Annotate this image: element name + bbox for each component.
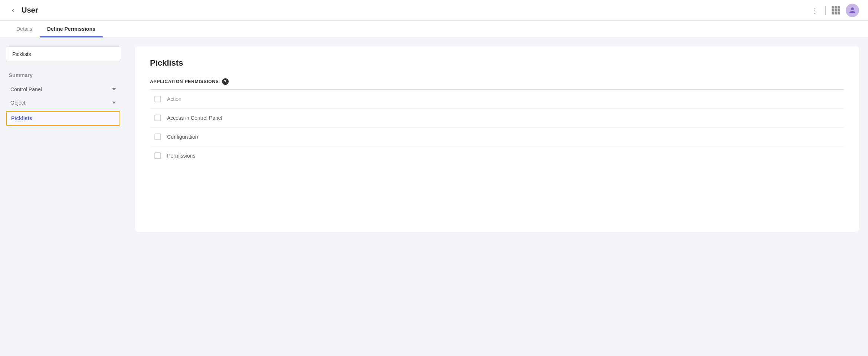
checkbox-access-control-panel[interactable] [154, 115, 161, 121]
header: ‹ User ⋮ [0, 0, 868, 21]
object-dropdown[interactable]: Object [6, 96, 120, 109]
sidebar: Summary Control Panel Object Picklists [0, 37, 126, 355]
tab-details[interactable]: Details [9, 21, 40, 37]
permission-row-permissions: Permissions [150, 146, 844, 165]
back-button[interactable]: ‹ [9, 5, 17, 16]
search-input[interactable] [6, 46, 120, 62]
control-panel-label: Control Panel [10, 86, 42, 92]
help-icon[interactable]: ? [222, 78, 229, 85]
grid-apps-icon[interactable] [832, 6, 840, 14]
object-chevron-icon [112, 102, 116, 104]
checkbox-action[interactable] [154, 96, 161, 102]
header-left: ‹ User [9, 5, 38, 16]
more-options-icon[interactable]: ⋮ [811, 6, 819, 15]
permission-label-action: Action [167, 96, 182, 102]
permission-row-access-control-panel: Access in Control Panel [150, 109, 844, 128]
header-divider [825, 6, 826, 15]
permission-row-action: Action [150, 90, 844, 109]
tabs-bar: Details Define Permissions [0, 21, 868, 37]
control-panel-dropdown[interactable]: Control Panel [6, 83, 120, 96]
picklists-item-label: Picklists [11, 115, 32, 121]
app-permissions-header: APPLICATION PERMISSIONS ? [150, 78, 844, 85]
avatar-icon [849, 7, 856, 14]
permissions-list: Action Access in Control Panel Configura… [150, 90, 844, 165]
summary-label: Summary [6, 69, 120, 83]
picklists-item[interactable]: Picklists [6, 111, 120, 126]
permission-row-configuration: Configuration [150, 128, 844, 146]
content-area: Picklists APPLICATION PERMISSIONS ? Acti… [126, 37, 868, 355]
content-title: Picklists [150, 58, 844, 68]
app-permissions-label: APPLICATION PERMISSIONS [150, 79, 219, 84]
permission-label-permissions: Permissions [167, 153, 195, 159]
checkbox-permissions[interactable] [154, 152, 161, 159]
permission-label-access-control-panel: Access in Control Panel [167, 115, 222, 121]
control-panel-chevron-icon [112, 88, 116, 90]
content-card: Picklists APPLICATION PERMISSIONS ? Acti… [135, 46, 859, 232]
main-layout: Summary Control Panel Object Picklists P… [0, 37, 868, 355]
avatar[interactable] [846, 4, 859, 17]
header-right: ⋮ [811, 4, 859, 17]
checkbox-configuration[interactable] [154, 134, 161, 140]
object-label: Object [10, 100, 25, 106]
permission-label-configuration: Configuration [167, 134, 198, 140]
tab-define-permissions[interactable]: Define Permissions [40, 21, 103, 37]
page-title: User [22, 6, 38, 14]
